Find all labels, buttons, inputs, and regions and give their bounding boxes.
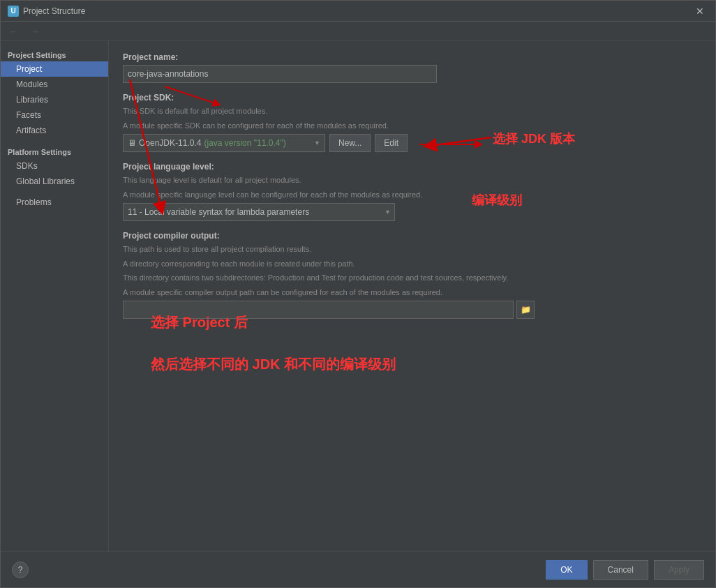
annotation-then: 然后选择不同的 JDK 和不同的编译级别: [151, 355, 396, 374]
sdk-desc2: A module specific SDK can be configured …: [123, 120, 701, 132]
sidebar-item-global-libraries[interactable]: Global Libraries: [1, 174, 108, 189]
sidebar-item-artifacts[interactable]: Artifacts: [1, 123, 108, 138]
compiler-desc4: A module specific compiler output path c…: [123, 287, 701, 299]
project-settings-section: Project Settings: [1, 47, 108, 61]
help-button[interactable]: ?: [12, 561, 29, 578]
sidebar-divider2: [1, 189, 108, 195]
project-name-label: Project name:: [123, 52, 701, 62]
apply-button[interactable]: Apply: [654, 560, 704, 580]
lang-level-select[interactable]: 11 - Local variable syntax for lambda pa…: [123, 203, 395, 221]
folder-browse-button[interactable]: 📁: [516, 301, 535, 319]
sidebar-item-project[interactable]: Project: [1, 61, 108, 77]
bottom-bar: ? OK Cancel Apply: [1, 551, 715, 587]
nav-bar: ← →: [1, 22, 715, 41]
compiler-desc2: A directory corresponding to each module…: [123, 258, 701, 270]
app-icon: U: [8, 6, 19, 17]
sdk-icon: 🖥: [128, 138, 136, 148]
forward-button[interactable]: →: [27, 24, 43, 38]
platform-settings-section: Platform Settings: [1, 144, 108, 158]
cancel-button[interactable]: Cancel: [593, 560, 648, 580]
lang-desc2: A module specific language level can be …: [123, 189, 701, 201]
compiler-output-input[interactable]: [123, 301, 514, 319]
lang-desc1: This language level is default for all p…: [123, 174, 701, 186]
sidebar-item-libraries[interactable]: Libraries: [1, 92, 108, 107]
ok-button[interactable]: OK: [546, 560, 587, 580]
title-bar: U Project Structure ✕: [1, 1, 715, 22]
compiler-output-row: 📁: [123, 301, 701, 319]
sidebar: Project Settings Project Modules Librari…: [1, 41, 109, 551]
dialog-window: U Project Structure ✕ ← → Project Settin…: [0, 0, 716, 588]
dialog-title: Project Structure: [23, 6, 85, 16]
close-button[interactable]: ✕: [692, 4, 708, 18]
sdk-section-label: Project SDK:: [123, 93, 701, 103]
sdk-version: (java version "11.0.4"): [204, 138, 285, 148]
compiler-desc1: This path is used to store all project c…: [123, 243, 701, 255]
sdk-new-button[interactable]: New...: [329, 134, 371, 152]
sdk-dropdown[interactable]: 🖥 OpenJDK-11.0.4 (java version "11.0.4"): [123, 134, 325, 152]
sidebar-item-sdks[interactable]: SDKs: [1, 158, 108, 174]
compiler-desc3: This directory contains two subdirectori…: [123, 272, 701, 284]
content-area: Project name: Project SDK: This SDK is d…: [109, 41, 715, 551]
sdk-row: 🖥 OpenJDK-11.0.4 (java version "11.0.4")…: [123, 134, 701, 152]
project-name-input[interactable]: [123, 65, 437, 83]
back-button[interactable]: ←: [6, 24, 22, 38]
sidebar-item-modules[interactable]: Modules: [1, 77, 108, 92]
main-content: Project Settings Project Modules Librari…: [1, 41, 715, 551]
sidebar-divider: [1, 138, 108, 144]
sdk-edit-button[interactable]: Edit: [375, 134, 408, 152]
sdk-value: OpenJDK-11.0.4: [139, 138, 201, 148]
compiler-section-label: Project compiler output:: [123, 231, 701, 241]
lang-section-label: Project language level:: [123, 162, 701, 172]
sdk-desc1: This SDK is default for all project modu…: [123, 105, 701, 117]
lang-select-wrapper: 11 - Local variable syntax for lambda pa…: [123, 203, 395, 221]
bottom-right-buttons: OK Cancel Apply: [546, 560, 704, 580]
sidebar-item-problems[interactable]: Problems: [1, 195, 108, 210]
sidebar-item-facets[interactable]: Facets: [1, 107, 108, 123]
title-bar-left: U Project Structure: [8, 6, 85, 17]
